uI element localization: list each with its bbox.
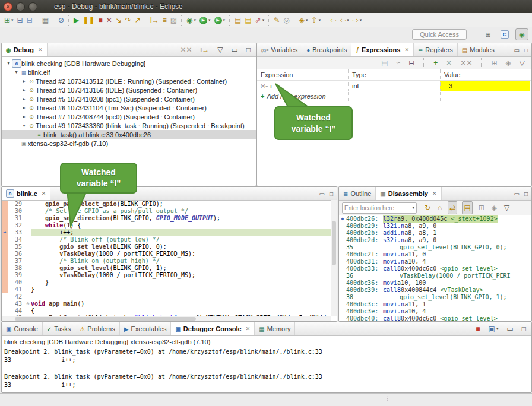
- terminate-button[interactable]: ■: [97, 14, 103, 26]
- editor-line[interactable]: 32 while(1) {: [2, 222, 337, 229]
- debug-config-button[interactable]: ▨: [169, 14, 178, 26]
- clean-button[interactable]: ✎: [273, 14, 281, 26]
- step-return-button[interactable]: ↗: [134, 14, 142, 26]
- tab-tasks[interactable]: ✓Tasks: [43, 322, 76, 335]
- expander-icon[interactable]: ▸: [21, 96, 27, 102]
- skip-all-breakpoints-button[interactable]: ⊘: [57, 14, 65, 26]
- forward-button[interactable]: ⇨▾: [352, 14, 363, 26]
- expander-icon[interactable]: ▸: [21, 105, 27, 110]
- close-icon[interactable]: ✕: [246, 326, 251, 332]
- tab-executables[interactable]: ▶Executables: [120, 322, 172, 335]
- tab-breakpoints[interactable]: ●Breakpoints: [302, 43, 352, 56]
- expander-icon[interactable]: ▾: [21, 123, 27, 128]
- save-button[interactable]: ⊟: [16, 14, 24, 26]
- editor-line[interactable]: 29 gpio_pad_select_gpio(BLINK_GPIO);: [2, 201, 337, 208]
- window-minimize-button[interactable]: [16, 2, 25, 11]
- expander-icon[interactable]: ▸: [21, 78, 27, 84]
- console-terminate-console-button[interactable]: ■: [474, 323, 481, 335]
- close-icon[interactable]: ✕: [432, 191, 437, 196]
- quick-access-box[interactable]: Quick Access: [412, 29, 467, 40]
- open-project-button[interactable]: ▤: [243, 14, 252, 26]
- suspend-button[interactable]: ❚❚: [81, 14, 96, 26]
- editor-vertical-scrollbar[interactable]: [331, 200, 337, 316]
- tree-row[interactable]: ▸⊙Thread #2 1073413512 (IDLE : Running) …: [2, 77, 256, 85]
- console-minimize-button[interactable]: ▭: [505, 323, 514, 335]
- disassembly-view-menu-button[interactable]: ▽: [503, 202, 511, 214]
- window-maximize-button[interactable]: [28, 2, 37, 11]
- cpp-perspective-button[interactable]: C: [499, 29, 511, 40]
- add-expression-row[interactable]: +Add new expression: [257, 91, 531, 101]
- disassembly-refresh-button[interactable]: ↻: [423, 202, 432, 214]
- go-up-button[interactable]: ⇧▾: [311, 14, 322, 26]
- new-button[interactable]: ⊞▾: [3, 14, 15, 26]
- back-button[interactable]: ⇦: [329, 14, 337, 26]
- expander-icon[interactable]: ▸: [21, 114, 27, 119]
- open-perspective-button[interactable]: ⊞: [482, 29, 494, 40]
- window-close-button[interactable]: ✕: [4, 2, 12, 11]
- debug-view-maximize-button[interactable]: □: [245, 44, 252, 56]
- profile-button[interactable]: ◎: [282, 14, 290, 26]
- disassembly-new-view-button[interactable]: ⊞: [477, 202, 486, 214]
- editor-horizontal-scrollbar[interactable]: [2, 316, 331, 321]
- maximize-icon[interactable]: □: [524, 191, 528, 197]
- save-all-button[interactable]: ⊟: [26, 14, 34, 26]
- tree-row[interactable]: ▸⊙Thread #7 1073408744 (ipc0) (Suspended…: [2, 112, 256, 121]
- debug-view-remove-all-terminated-button[interactable]: ✕✕: [179, 44, 193, 56]
- tree-row[interactable]: ▾▦blink.elf: [2, 68, 256, 77]
- disassembly-sync-context-button[interactable]: ⇄: [448, 201, 457, 214]
- expressions-remove-all-expressions-button[interactable]: ✕✕: [459, 57, 473, 69]
- tree-row[interactable]: ▸⊙Thread #5 1073410208 (ipc1) (Suspended…: [2, 94, 256, 103]
- location-combo[interactable]: Enter location here ▾: [342, 202, 417, 214]
- console-display-selected-console-button[interactable]: ▣▾: [487, 323, 500, 335]
- maximize-icon[interactable]: □: [330, 191, 333, 197]
- tab-console[interactable]: ▣Console: [2, 322, 43, 335]
- tab-problems[interactable]: ⚠Problems: [75, 322, 119, 335]
- step-over-button[interactable]: ↷: [124, 14, 132, 26]
- expander-icon[interactable]: ▾: [5, 61, 12, 66]
- run-button[interactable]: ▶▾: [198, 14, 212, 26]
- expressions-view-menu-button[interactable]: ▽: [518, 57, 526, 69]
- tab-modules[interactable]: ▤Modules: [458, 43, 499, 56]
- debug-perspective-button[interactable]: ◉: [515, 28, 528, 40]
- expression-row[interactable]: (x)=iint3: [257, 81, 531, 91]
- expander-icon[interactable]: ▾: [13, 69, 20, 75]
- tab-debugger-console[interactable]: ▣Debugger Console✕: [171, 322, 255, 335]
- column-expression[interactable]: Expression: [257, 69, 348, 80]
- editor-line[interactable]: 38 gpio_set_level(BLINK_GPIO, 1);: [2, 265, 337, 272]
- editor-line[interactable]: 39 vTaskDelay(1000 / portTICK_PERIOD_MS)…: [2, 272, 337, 279]
- expressions-remove-expression-button[interactable]: ✕: [445, 57, 453, 69]
- disassembly-listing[interactable]: ◆400dbc26:l32ra9, 0x400d045c <_stext+109…: [339, 215, 531, 322]
- debug-view-view-menu-button[interactable]: ▽: [216, 44, 224, 56]
- disassembly-home-button[interactable]: ⌂: [436, 202, 443, 214]
- tree-row[interactable]: ▸⊙Thread #3 1073413156 (IDLE) (Suspended…: [2, 85, 256, 94]
- tab-outline[interactable]: ≣Outline: [339, 187, 376, 200]
- expander-icon[interactable]: ▸: [21, 87, 27, 93]
- expressions-new-view-button[interactable]: ⊞: [490, 57, 498, 69]
- back-history-button[interactable]: ⇦▾: [338, 14, 350, 26]
- close-icon[interactable]: ✕: [404, 47, 409, 53]
- maximize-icon[interactable]: □: [524, 47, 528, 53]
- debug-button[interactable]: ◉▾: [185, 14, 197, 26]
- column-type[interactable]: Type: [348, 69, 440, 80]
- debug-view-instruction-stepping-toggle-button[interactable]: i→: [200, 44, 211, 56]
- expressions-show-logical-structures-button[interactable]: ≈: [395, 57, 402, 69]
- tab-blink-c[interactable]: c blink.c ✕: [2, 187, 50, 200]
- tree-row[interactable]: ▣xtensa-esp32-elf-gdb (7.10): [2, 139, 256, 148]
- tab-expressions[interactable]: ƒExpressions✕: [352, 43, 414, 56]
- editor-line[interactable]: 31 gpio_set_direction(BLINK_GPIO, GPIO_M…: [2, 215, 337, 222]
- expressions-pin-view-button[interactable]: ◈: [505, 57, 512, 69]
- tab-registers[interactable]: ≣Registers: [414, 43, 458, 56]
- editor-line[interactable]: →33 i++;: [2, 229, 337, 236]
- disassembly-pin-view-button[interactable]: ◈: [490, 202, 498, 214]
- minimize-icon[interactable]: ▭: [319, 191, 325, 197]
- tab-memory[interactable]: ▦Memory: [255, 322, 295, 335]
- resume-button[interactable]: ▶: [72, 14, 80, 26]
- code-editor[interactable]: 29 gpio_pad_select_gpio(BLINK_GPIO);30 /…: [2, 201, 337, 322]
- editor-line[interactable]: 42: [2, 293, 337, 300]
- editor-line[interactable]: 36 vTaskDelay(1000 / portTICK_PERIOD_MS)…: [2, 250, 337, 258]
- tree-row[interactable]: ▾⊙Thread #9 1073433360 (blink_task : Run…: [2, 121, 256, 130]
- expressions-show-type-names-button[interactable]: ▤: [380, 57, 389, 69]
- editor-line[interactable]: 40 }: [2, 279, 337, 286]
- disconnect-button[interactable]: ✕: [105, 14, 113, 26]
- close-icon[interactable]: ✕: [38, 47, 43, 53]
